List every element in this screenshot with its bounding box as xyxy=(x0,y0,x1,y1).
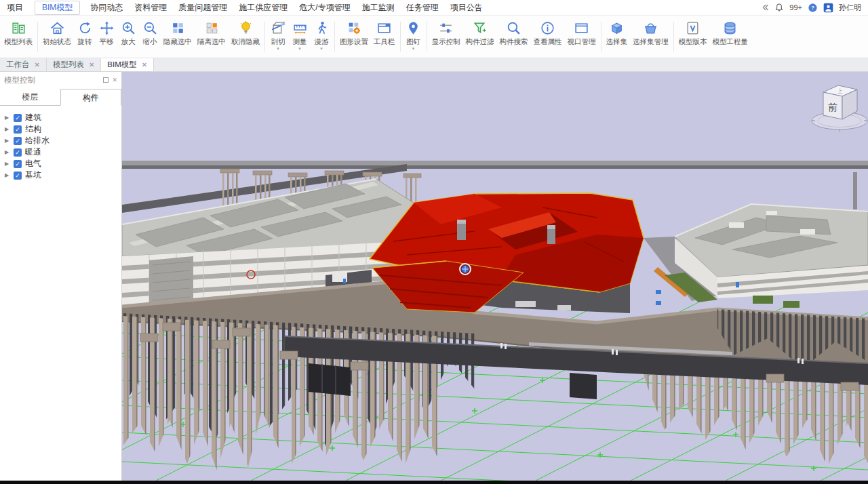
close-icon[interactable]: ✕ xyxy=(142,61,147,68)
menu-item-monitoring[interactable]: 施工监测 xyxy=(362,2,395,14)
checkbox-checked-icon[interactable]: ✓ xyxy=(14,160,22,168)
toolbar-separator xyxy=(37,22,38,52)
expand-caret-icon[interactable]: ▶ xyxy=(5,149,10,155)
initial-state-button[interactable]: 初始状态 xyxy=(40,16,74,58)
view-cube-top-label[interactable]: 上 xyxy=(837,88,843,94)
model-control-panel: 模型控制 ✕ 楼层 构件 ▶ ✓ 建筑 ▶ ✓ 结构 ▶ ✓ xyxy=(0,72,122,481)
menu-item-collab[interactable]: 协同动态 xyxy=(90,2,123,14)
pin-button[interactable]: 图钉 ▾ xyxy=(403,16,425,58)
view-cube-front-label[interactable]: 前 xyxy=(828,102,837,113)
model-version-button[interactable]: 模型版本 xyxy=(676,16,710,58)
bell-icon[interactable] xyxy=(774,3,784,12)
menu-item-quality[interactable]: 质量问题管理 xyxy=(178,2,227,14)
selection-set-manage-button[interactable]: 选择集管理 xyxy=(630,16,671,58)
menu-item-documents[interactable]: 资料管理 xyxy=(134,2,167,14)
chevron-down-icon[interactable]: ▾ xyxy=(277,47,279,51)
model-quantity-icon xyxy=(722,20,738,36)
expand-caret-icon[interactable]: ▶ xyxy=(5,138,10,144)
checkbox-checked-icon[interactable]: ✓ xyxy=(14,137,22,145)
walkthrough-button[interactable]: 漫游 ▾ xyxy=(311,16,332,58)
component-filter-icon xyxy=(472,20,488,36)
walkthrough-icon xyxy=(314,20,330,36)
menu-item-special[interactable]: 危大/专项管理 xyxy=(299,2,350,14)
svg-text:?: ? xyxy=(811,5,814,11)
tree-item-electrical[interactable]: ▶ ✓ 电气 xyxy=(5,158,121,169)
tab-model-list[interactable]: 模型列表 ✕ xyxy=(47,58,101,71)
avatar[interactable] xyxy=(823,3,833,13)
tree-item-architecture[interactable]: ▶ ✓ 建筑 xyxy=(5,112,121,123)
tab-workbench[interactable]: 工作台 ✕ xyxy=(0,58,47,71)
unhide-button[interactable]: 取消隐藏 xyxy=(229,16,262,58)
pan-button[interactable]: 平移 xyxy=(96,16,117,58)
zoom-in-button[interactable]: 放大 xyxy=(117,16,139,58)
help-icon[interactable]: ? xyxy=(808,3,818,13)
toolbar-separator xyxy=(427,22,427,52)
unhide-bulb-icon xyxy=(238,20,254,36)
menu-item-tasks[interactable]: 任务管理 xyxy=(406,2,439,14)
home-icon xyxy=(50,20,65,36)
dock-panel-icon[interactable] xyxy=(103,77,108,83)
menu-item-bim-model[interactable]: BIM模型 xyxy=(35,1,80,15)
menu-item-project[interactable]: 项目 xyxy=(7,2,23,14)
model-quantity-button[interactable]: 模型工程量 xyxy=(710,16,751,58)
toolbar-group-selection: 选择集 选择集管理 xyxy=(604,16,671,58)
expand-caret-icon[interactable]: ▶ xyxy=(5,172,10,178)
graphics-settings-button[interactable]: 图形设置 xyxy=(337,16,371,58)
tree-item-foundation-pit[interactable]: ▶ ✓ 基坑 xyxy=(5,169,121,181)
expand-caret-icon[interactable]: ▶ xyxy=(5,115,10,121)
section-cut-button[interactable]: 剖切 ▾ xyxy=(267,16,289,58)
3d-viewport[interactable]: 前 上 xyxy=(122,72,868,481)
3d-scene: 前 上 xyxy=(122,72,868,481)
toolbar-toggle-button[interactable]: 工具栏 xyxy=(371,16,398,58)
component-filter-button[interactable]: 构件过滤 xyxy=(463,16,497,58)
collapse-icon[interactable] xyxy=(761,3,769,12)
viewport-manage-button[interactable]: 视口管理 xyxy=(565,16,599,58)
username[interactable]: 孙仁明 xyxy=(839,3,861,13)
expand-caret-icon[interactable]: ▶ xyxy=(5,161,10,167)
model-list-button[interactable]: 模型列表 xyxy=(1,16,35,58)
selection-set-button[interactable]: 选择集 xyxy=(604,16,631,58)
menubar-right: 99+ ? 孙仁明 xyxy=(761,3,861,13)
checkbox-checked-icon[interactable]: ✓ xyxy=(14,125,22,134)
component-search-button[interactable]: 构件搜索 xyxy=(497,16,531,58)
zoom-in-icon xyxy=(121,20,136,36)
display-control-button[interactable]: 显示控制 xyxy=(429,16,463,58)
expand-caret-icon[interactable]: ▶ xyxy=(5,126,10,132)
panel-tab-components[interactable]: 构件 xyxy=(60,89,122,106)
zoom-out-icon xyxy=(142,20,158,36)
panel-tab-floors[interactable]: 楼层 xyxy=(0,89,60,105)
model-version-icon xyxy=(685,20,701,36)
section-cut-icon xyxy=(271,20,286,36)
rotate-button[interactable]: 旋转 xyxy=(74,16,96,58)
pin-icon xyxy=(406,20,421,36)
notification-count[interactable]: 99+ xyxy=(789,3,802,12)
main-toolbar: 模型列表 初始状态 旋转 平移 放大 缩小 隐藏选中 隔离 xyxy=(0,16,868,58)
view-properties-button[interactable]: 查看属性 xyxy=(531,16,565,58)
tree-item-structure[interactable]: ▶ ✓ 结构 xyxy=(5,123,121,135)
toolbar-separator xyxy=(400,22,401,52)
tab-bim-model[interactable]: BIM模型 ✕ xyxy=(101,58,154,71)
tree-item-hvac[interactable]: ▶ ✓ 暖通 xyxy=(5,146,121,158)
menu-item-supply[interactable]: 施工供应管理 xyxy=(239,2,288,14)
checkbox-checked-icon[interactable]: ✓ xyxy=(14,148,22,157)
checkbox-checked-icon[interactable]: ✓ xyxy=(14,172,22,180)
top-menubar: 项目 BIM模型 协同动态 资料管理 质量问题管理 施工供应管理 危大/专项管理… xyxy=(0,0,868,16)
tree-item-plumbing[interactable]: ▶ ✓ 给排水 xyxy=(5,135,121,146)
pan-icon xyxy=(99,20,115,36)
selected-building-red[interactable] xyxy=(370,193,644,313)
close-panel-icon[interactable]: ✕ xyxy=(112,77,117,83)
checkbox-checked-icon[interactable]: ✓ xyxy=(14,114,22,122)
measure-button[interactable]: 测量 ▾ xyxy=(289,16,311,58)
hide-selected-button[interactable]: 隐藏选中 xyxy=(161,16,195,58)
view-properties-icon xyxy=(540,20,555,36)
close-icon[interactable]: ✕ xyxy=(89,61,94,68)
model-list-icon xyxy=(11,20,26,36)
close-icon[interactable]: ✕ xyxy=(35,61,40,68)
chevron-down-icon[interactable]: ▾ xyxy=(298,47,301,51)
toolbar-group-tools: 剖切 ▾ 测量 ▾ 漫游 ▾ xyxy=(267,16,332,58)
chevron-down-icon[interactable]: ▾ xyxy=(412,47,415,51)
menu-item-announcements[interactable]: 项目公告 xyxy=(450,2,483,14)
chevron-down-icon[interactable]: ▾ xyxy=(320,47,323,51)
isolate-selected-button[interactable]: 隔离选中 xyxy=(195,16,229,58)
zoom-out-button[interactable]: 缩小 xyxy=(139,16,161,58)
